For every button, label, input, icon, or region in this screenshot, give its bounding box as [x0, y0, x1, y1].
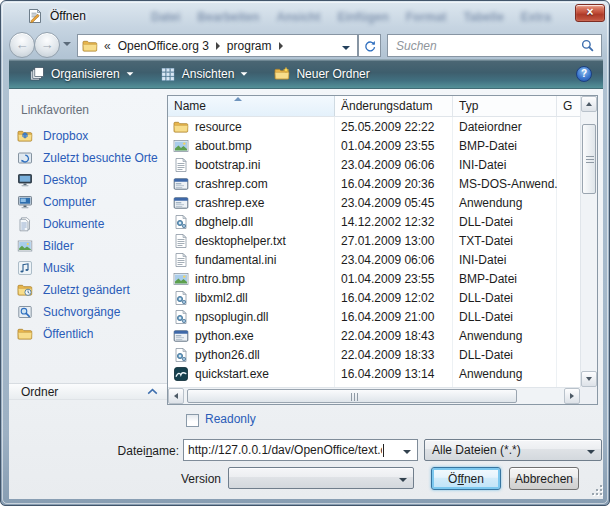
horizontal-scrollbar[interactable]: [168, 387, 580, 404]
scroll-up-button[interactable]: [581, 96, 597, 112]
file-type: DLL-Datei: [453, 310, 557, 324]
computer-icon: [17, 194, 33, 210]
file-type: INI-Datei: [453, 253, 557, 267]
sidebar-item-label: Suchvorgänge: [43, 305, 120, 319]
sidebar-item-musik[interactable]: Musik: [9, 257, 167, 279]
file-modified-date: 23.04.2009 06:06: [335, 158, 453, 172]
sidebar-item-bilder[interactable]: Bilder: [9, 235, 167, 257]
readonly-checkbox[interactable]: [186, 414, 199, 427]
vertical-scroll-thumb[interactable]: [582, 124, 596, 194]
file-row[interactable]: quickstart.exe16.04.2009 13:14Anwendung: [168, 364, 580, 383]
address-dropdown-icon[interactable]: [342, 39, 350, 53]
file-type: INI-Datei: [453, 158, 557, 172]
column-header-name[interactable]: Name: [168, 96, 335, 116]
background-menu-item: Bearbeiten: [197, 10, 259, 24]
sidebar-item-desktop[interactable]: Desktop: [9, 169, 167, 191]
file-name: libxml2.dll: [195, 291, 248, 305]
file-row[interactable]: about.bmp01.04.2009 23:55BMP-Datei: [168, 136, 580, 155]
sidebar-item-label: Dropbox: [43, 129, 88, 143]
sidebar-item-dropbox[interactable]: Dropbox: [9, 125, 167, 147]
breadcrumb-segment[interactable]: OpenOffice.org 3: [111, 39, 216, 53]
breadcrumb-overflow-chevron[interactable]: «: [104, 39, 111, 53]
views-label: Ansichten: [182, 67, 235, 81]
folders-expander[interactable]: Ordner: [9, 383, 167, 400]
file-row[interactable]: desktophelper.txt27.01.2009 13:00TXT-Dat…: [168, 231, 580, 250]
file-row[interactable]: bootstrap.ini23.04.2009 06:06INI-Datei: [168, 155, 580, 174]
sidebar-item--ffentlich[interactable]: Öffentlich: [9, 323, 167, 345]
resize-grip[interactable]: [593, 485, 602, 494]
filetype-select[interactable]: Alle Dateien (*.*): [424, 439, 602, 461]
breadcrumb-separator-icon[interactable]: [279, 42, 283, 50]
help-icon[interactable]: [576, 66, 592, 82]
back-button[interactable]: ←: [9, 32, 35, 58]
filetype-dropdown-icon: [587, 443, 595, 457]
file-name: bootstrap.ini: [195, 158, 260, 172]
file-row[interactable]: crashrep.exe23.04.2009 05:45Anwendung: [168, 193, 580, 212]
organize-button[interactable]: Organisieren: [21, 62, 142, 86]
file-type: DLL-Datei: [453, 215, 557, 229]
breadcrumb: OpenOffice.org 3program: [111, 39, 283, 53]
vertical-scrollbar[interactable]: [580, 96, 597, 387]
background-menu-item: Extras: [521, 10, 551, 24]
views-button[interactable]: Ansichten: [152, 62, 257, 86]
sort-ascending-icon: [234, 97, 242, 101]
file-row[interactable]: libxml2.dll16.04.2009 12:02DLL-Datei: [168, 288, 580, 307]
refresh-button[interactable]: [358, 34, 381, 57]
file-name: intro.bmp: [195, 272, 245, 286]
sidebar-item-label: Öffentlich: [43, 327, 93, 341]
search-input[interactable]: Suchen: [387, 34, 602, 57]
open-file-dialog: Öffnen DateiBearbeitenAnsichtEinfügenFor…: [0, 0, 610, 506]
file-row[interactable]: python26.dll22.04.2009 18:33DLL-Datei: [168, 345, 580, 364]
scroll-left-button[interactable]: [168, 388, 184, 404]
file-type: Anwendung: [453, 367, 557, 381]
sidebar-item-computer[interactable]: Computer: [9, 191, 167, 213]
file-row[interactable]: python.exe22.04.2009 18:43Anwendung: [168, 326, 580, 345]
file-name: crashrep.com: [195, 177, 268, 191]
new-folder-button[interactable]: Neuer Ordner: [266, 62, 377, 86]
scroll-down-button[interactable]: [581, 371, 597, 387]
breadcrumb-segment[interactable]: program: [220, 39, 279, 53]
text-file-icon: [173, 157, 189, 173]
address-bar[interactable]: « OpenOffice.org 3program: [77, 34, 358, 57]
forward-arrow-icon: →: [41, 37, 54, 52]
version-select[interactable]: [228, 467, 414, 489]
sidebar-item-label: Desktop: [43, 173, 87, 187]
file-modified-date: 16.04.2009 13:14: [335, 367, 453, 381]
file-row[interactable]: fundamental.ini23.04.2009 06:06INI-Datei: [168, 250, 580, 269]
file-modified-date: 23.04.2009 06:06: [335, 253, 453, 267]
background-menu-item: Format: [406, 10, 447, 24]
open-button[interactable]: Öffnen: [431, 467, 501, 490]
file-row[interactable]: dbghelp.dll14.12.2002 12:32DLL-Datei: [168, 212, 580, 231]
folders-expander-label: Ordner: [21, 385, 58, 399]
filename-dropdown-icon[interactable]: [403, 443, 411, 457]
scroll-right-button[interactable]: [564, 388, 580, 404]
file-row[interactable]: resource25.05.2009 22:22Dateiordner: [168, 117, 580, 136]
file-row[interactable]: crashrep.com16.04.2009 20:36MS-DOS-Anwen…: [168, 174, 580, 193]
sidebar-item-label: Computer: [43, 195, 96, 209]
recent-places-icon: [17, 150, 33, 166]
recent-changed-icon: [17, 282, 33, 298]
file-name: about.bmp: [195, 139, 252, 153]
sidebar-item-dokumente[interactable]: Dokumente: [9, 213, 167, 235]
address-folder-icon: [82, 38, 98, 54]
file-modified-date: 25.05.2009 22:22: [335, 120, 453, 134]
dll-file-icon: [173, 347, 189, 363]
horizontal-scroll-thumb[interactable]: [187, 389, 517, 403]
column-header-modified[interactable]: Änderungsdatum: [335, 96, 453, 116]
column-header-size[interactable]: G: [557, 96, 580, 116]
application-icon: [173, 176, 189, 192]
sidebar-item-zuletzt-ge-ndert[interactable]: Zuletzt geändert: [9, 279, 167, 301]
filename-input[interactable]: http://127.0.0.1/dav/OpenOffice/text.odt: [183, 439, 418, 461]
close-button[interactable]: ×: [575, 4, 605, 22]
file-modified-date: 16.04.2009 20:36: [335, 177, 453, 191]
file-row[interactable]: npsoplugin.dll16.04.2009 21:00DLL-Datei: [168, 307, 580, 326]
cancel-button[interactable]: Abbrechen: [509, 467, 579, 490]
column-header-type[interactable]: Typ: [453, 96, 557, 116]
forward-button[interactable]: →: [34, 32, 60, 58]
sidebar-item-suchvorg-nge[interactable]: Suchvorgänge: [9, 301, 167, 323]
dropbox-folder-icon: [17, 128, 33, 144]
history-dropdown-icon[interactable]: [63, 42, 71, 46]
dll-file-icon: [173, 214, 189, 230]
file-row[interactable]: intro.bmp01.04.2009 23:55BMP-Datei: [168, 269, 580, 288]
sidebar-item-zuletzt-besuchte-orte[interactable]: Zuletzt besuchte Orte: [9, 147, 167, 169]
